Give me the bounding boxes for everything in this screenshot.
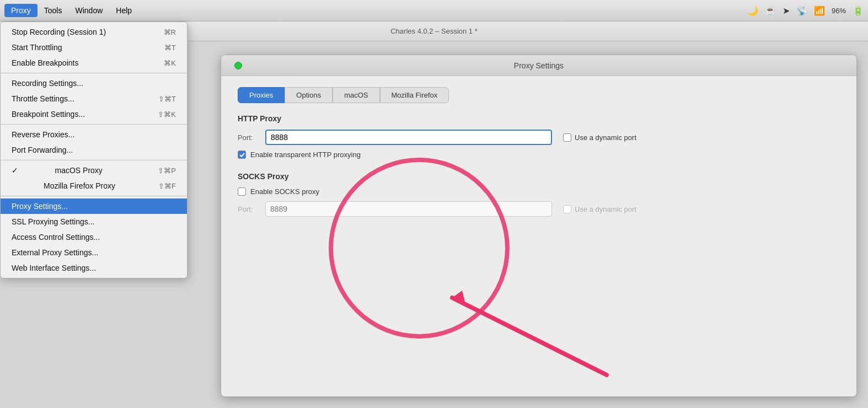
menu-item-proxy-settings[interactable]: Proxy Settings... bbox=[1, 198, 187, 214]
tab-proxies[interactable]: Proxies bbox=[238, 87, 285, 103]
menu-item-ssl-proxying[interactable]: SSL Proxying Settings... bbox=[1, 214, 187, 229]
menu-item-start-throttling[interactable]: Start Throttling ⌘T bbox=[1, 40, 187, 55]
menu-item-throttle-settings[interactable]: Throttle Settings... ⇧⌘T bbox=[1, 91, 187, 106]
port-forwarding-label: Port Forwarding... bbox=[12, 146, 73, 154]
menu-proxy[interactable]: Proxy bbox=[4, 4, 37, 17]
socks-port-input[interactable] bbox=[265, 201, 552, 217]
macos-proxy-shortcut: ⇧⌘P bbox=[158, 167, 176, 175]
tab-options[interactable]: Options bbox=[285, 87, 333, 103]
system-icon-1: 🌙 bbox=[747, 6, 758, 16]
separator-1 bbox=[1, 73, 187, 73]
http-port-row: Port: Use a dynamic port bbox=[238, 130, 840, 145]
menu-item-enable-breakpoints[interactable]: Enable Breakpoints ⌘K bbox=[1, 55, 187, 71]
ssl-proxying-label: SSL Proxying Settings... bbox=[12, 217, 94, 226]
menu-item-recording-settings[interactable]: Recording Settings... bbox=[1, 76, 187, 91]
green-indicator bbox=[234, 62, 242, 69]
enable-socks-row: Enable SOCKS proxy bbox=[238, 187, 840, 196]
stop-recording-shortcut: ⌘R bbox=[164, 28, 176, 36]
dynamic-port-checkbox[interactable] bbox=[563, 133, 571, 142]
menu-item-port-forwarding[interactable]: Port Forwarding... bbox=[1, 142, 187, 158]
proxy-settings-dialog: Proxy Settings Proxies Options macOS Moz… bbox=[221, 55, 857, 397]
transparent-proxy-checkbox[interactable] bbox=[238, 151, 246, 159]
firefox-proxy-label: Mozilla Firefox Proxy bbox=[44, 181, 115, 190]
proxy-settings-title: Proxy Settings bbox=[514, 61, 564, 70]
socks-dynamic-port-container: Use a dynamic port bbox=[563, 205, 636, 213]
menu-window[interactable]: Window bbox=[68, 4, 109, 17]
recording-settings-label: Recording Settings... bbox=[12, 79, 83, 88]
menu-help[interactable]: Help bbox=[109, 4, 138, 17]
stop-recording-label: Stop Recording (Session 1) bbox=[12, 28, 106, 36]
battery-label: 96% bbox=[832, 7, 846, 15]
reverse-proxies-label: Reverse Proxies... bbox=[12, 130, 74, 139]
system-icon-2: ☕ bbox=[765, 6, 776, 16]
access-control-label: Access Control Settings... bbox=[12, 233, 100, 241]
dynamic-port-label: Use a dynamic port bbox=[575, 133, 636, 142]
dynamic-port-container: Use a dynamic port bbox=[563, 133, 636, 142]
firefox-proxy-shortcut: ⇧⌘F bbox=[158, 182, 176, 190]
proxy-settings-body: Proxies Options macOS Mozilla Firefox HT… bbox=[221, 76, 856, 233]
external-proxy-label: External Proxy Settings... bbox=[12, 248, 98, 257]
enable-breakpoints-label: Enable Breakpoints bbox=[12, 58, 78, 67]
battery-icon: 🔋 bbox=[853, 6, 864, 16]
transparent-proxy-label: Enable transparent HTTP proxying bbox=[250, 151, 361, 159]
separator-3 bbox=[1, 160, 187, 160]
menu-item-macos-proxy[interactable]: ✓ macOS Proxy ⇧⌘P bbox=[1, 163, 187, 178]
start-throttling-shortcut: ⌘T bbox=[164, 44, 176, 52]
socks-proxy-section: SOCKS Proxy Enable SOCKS proxy Port: Use… bbox=[238, 172, 840, 217]
menu-item-external-proxy[interactable]: External Proxy Settings... bbox=[1, 245, 187, 260]
proxy-settings-titlebar: Proxy Settings bbox=[221, 55, 856, 76]
start-throttling-label: Start Throttling bbox=[12, 43, 62, 52]
socks-proxy-title: SOCKS Proxy bbox=[238, 172, 840, 181]
enable-socks-label: Enable SOCKS proxy bbox=[250, 187, 319, 196]
enable-socks-checkbox[interactable] bbox=[238, 187, 246, 196]
menu-item-stop-recording[interactable]: Stop Recording (Session 1) ⌘R bbox=[1, 24, 187, 40]
breakpoint-settings-shortcut: ⇧⌘K bbox=[158, 110, 176, 119]
enable-breakpoints-shortcut: ⌘K bbox=[164, 59, 176, 67]
http-port-label: Port: bbox=[238, 133, 260, 142]
menu-item-firefox-proxy[interactable]: Mozilla Firefox Proxy ⇧⌘F bbox=[1, 178, 187, 194]
socks-dynamic-port-checkbox[interactable] bbox=[563, 205, 571, 213]
socks-dynamic-port-label: Use a dynamic port bbox=[575, 205, 636, 213]
app-title: Charles 4.0.2 – Session 1 * bbox=[390, 27, 478, 35]
proxy-settings-label: Proxy Settings... bbox=[12, 202, 68, 211]
separator-4 bbox=[1, 196, 187, 196]
menu-bar: Proxy Tools Window Help 🌙 ☕ ➤ 📡 📶 96% 🔋 bbox=[0, 0, 868, 22]
proxy-tabs: Proxies Options macOS Mozilla Firefox bbox=[238, 87, 840, 103]
http-proxy-title: HTTP Proxy bbox=[238, 114, 840, 123]
tab-mozilla[interactable]: Mozilla Firefox bbox=[380, 87, 449, 103]
menu-item-access-control[interactable]: Access Control Settings... bbox=[1, 229, 187, 245]
transparent-proxy-row: Enable transparent HTTP proxying bbox=[238, 151, 840, 159]
socks-port-row: Port: Use a dynamic port bbox=[238, 201, 840, 217]
macos-proxy-label: macOS Proxy bbox=[55, 166, 102, 175]
system-icon-4: 📡 bbox=[796, 6, 807, 16]
http-proxy-section: HTTP Proxy Port: Use a dynamic port Enab… bbox=[238, 114, 840, 159]
system-icon-3: ➤ bbox=[783, 6, 790, 16]
throttle-settings-label: Throttle Settings... bbox=[12, 94, 74, 103]
menu-item-reverse-proxies[interactable]: Reverse Proxies... bbox=[1, 127, 187, 142]
breakpoint-settings-label: Breakpoint Settings... bbox=[12, 110, 85, 119]
macos-proxy-checkmark: ✓ bbox=[12, 166, 18, 175]
menu-tools[interactable]: Tools bbox=[37, 4, 69, 17]
separator-2 bbox=[1, 124, 187, 125]
wifi-icon: 📶 bbox=[814, 6, 825, 16]
socks-port-label: Port: bbox=[238, 205, 260, 213]
tab-macos[interactable]: macOS bbox=[333, 87, 379, 103]
web-interface-label: Web Interface Settings... bbox=[12, 264, 96, 272]
throttle-settings-shortcut: ⇧⌘T bbox=[158, 95, 176, 103]
proxy-dropdown-menu: Stop Recording (Session 1) ⌘R Start Thro… bbox=[0, 22, 187, 278]
menu-item-breakpoint-settings[interactable]: Breakpoint Settings... ⇧⌘K bbox=[1, 106, 187, 122]
menu-item-web-interface[interactable]: Web Interface Settings... bbox=[1, 260, 187, 276]
menu-bar-right: 🌙 ☕ ➤ 📡 📶 96% 🔋 bbox=[747, 6, 864, 16]
http-port-input[interactable] bbox=[265, 130, 552, 145]
